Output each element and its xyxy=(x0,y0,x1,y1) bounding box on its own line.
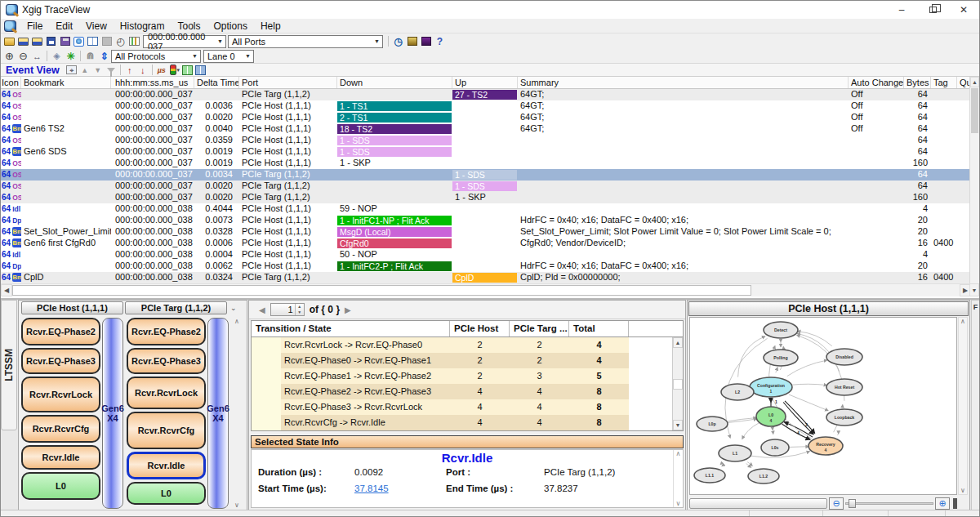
menu-view[interactable]: View xyxy=(79,19,114,33)
state-node-l0p[interactable]: L0p xyxy=(697,417,728,431)
diagram-zoom-in-icon[interactable]: ⊕ xyxy=(935,497,950,510)
scrollbar-thumb[interactable] xyxy=(12,285,751,296)
search-icon[interactable]: ⋒ xyxy=(83,50,97,62)
state-node-polling[interactable]: Polling xyxy=(764,350,798,366)
state-info-scrollbar[interactable]: ∧∨ xyxy=(673,450,683,507)
state-node-l0s[interactable]: L0s xyxy=(761,439,789,456)
col-icon[interactable]: Icon xyxy=(1,77,21,88)
menu-file[interactable]: File xyxy=(20,19,49,33)
transition-row[interactable]: Rcvr.EQ-Phase0 -> Rcvr.EQ-Phase1224 xyxy=(252,353,672,368)
ltssm-state-box[interactable]: L0 xyxy=(21,472,100,500)
event-row[interactable]: 64Idl000:00:00.000_0380.0004PCIe Host (1… xyxy=(1,249,971,261)
col-total[interactable]: Total xyxy=(569,321,629,336)
expert-icon[interactable] xyxy=(405,35,419,47)
state-node-disabled[interactable]: Disabled xyxy=(826,349,862,365)
col-pcie-host[interactable]: PCIe Host ... xyxy=(450,321,510,336)
col-transition-state[interactable]: Transition / State xyxy=(252,321,450,336)
state-node-recovery[interactable]: Recovery4 xyxy=(808,437,843,455)
scrollbar-thumb[interactable] xyxy=(971,88,978,133)
transition-row[interactable]: Rcvr.EQ-Phase2 -> Rcvr.EQ-Phase3448 xyxy=(252,384,672,399)
select-event-icon[interactable]: ⌖ xyxy=(65,65,78,76)
event-row[interactable]: 64OS000:00:00.000_0370.0020PCIe Targ (1,… xyxy=(1,192,971,203)
data-table-icon[interactable] xyxy=(194,65,207,76)
transition-row[interactable]: Rcvr.RcvrCfg -> Rcvr.Idle448 xyxy=(252,415,672,430)
event-row[interactable]: 64BmSet_Slot_Power_Limit000:00:00.000_03… xyxy=(1,226,971,238)
event-table-vertical-scrollbar[interactable]: ▲ xyxy=(969,77,979,283)
state-node-l0[interactable]: L04 xyxy=(756,407,786,426)
col-bookmark[interactable]: Bookmark xyxy=(21,77,111,88)
event-row[interactable]: 64Idl000:00:00.000_0380.4044PCIe Host (1… xyxy=(1,203,971,215)
state-node-loopback[interactable]: Loopback xyxy=(826,409,862,426)
col-pcie-targ[interactable]: PCIe Targ ... xyxy=(510,321,569,336)
diagram-zoom-slider[interactable] xyxy=(845,498,933,509)
event-row[interactable]: 64OS000:00:00.000_0370.0034PCIe Targ (1,… xyxy=(1,169,971,181)
next-event-icon[interactable]: ▼ xyxy=(91,65,105,76)
event-row[interactable]: 64BmGen6 first CfgRd0000:00:00.000_0380.… xyxy=(1,238,971,249)
timestamp-combo[interactable]: 000:00:00.000 037 ▼ xyxy=(143,35,226,48)
help-icon[interactable]: ? xyxy=(433,35,447,47)
state-node-l2[interactable]: L2 xyxy=(721,384,754,400)
chevron-down-icon[interactable]: ▼ xyxy=(245,53,251,59)
event-row[interactable]: 64BmGen6 TS2000:00:00.000_0370.0040PCIe … xyxy=(1,123,971,135)
close-button[interactable]: ✕ xyxy=(948,1,979,19)
traffic-filter-icon[interactable]: ▾ xyxy=(168,65,181,76)
event-row[interactable]: 64BmCplD000:00:00.000_0380.0324PCIe Targ… xyxy=(1,272,971,283)
scroll-left-icon[interactable]: ◀ xyxy=(1,284,12,296)
state-node-config[interactable]: Configuration1 xyxy=(750,377,792,397)
chevron-down-icon[interactable]: ▼ xyxy=(374,38,380,44)
splitter-handle[interactable] xyxy=(953,498,957,509)
ltssm-state-box[interactable]: Rcvr.EQ-Phase2 xyxy=(21,318,100,345)
report-icon[interactable] xyxy=(127,35,141,47)
scroll-down-icon[interactable]: ▼ xyxy=(673,420,683,430)
jump-down-icon[interactable]: ↓ xyxy=(136,65,149,76)
diagram-horizontal-scrollbar[interactable] xyxy=(689,498,827,509)
event-row[interactable]: 64OS000:00:00.000_0370.0019PCIe Host (1,… xyxy=(1,158,971,169)
event-row[interactable]: 64Dp000:00:00.000_0380.0073PCIe Host (1,… xyxy=(1,215,971,226)
ltssm-tab[interactable]: LTSSM xyxy=(1,300,17,430)
restore-button[interactable] xyxy=(917,1,948,19)
ltssm-state-box[interactable]: Rcvr.Idle xyxy=(127,452,206,479)
diagram-header[interactable]: PCIe Host (1,1,1) xyxy=(688,301,969,316)
event-row[interactable]: 64OS000:00:00.000_0370.0036PCIe Host (1,… xyxy=(1,100,971,112)
tag-icon[interactable]: ◈ xyxy=(50,50,64,62)
col-time[interactable]: hhh:mm:ss.ms_us xyxy=(111,77,194,88)
ltssm-state-diagram[interactable]: DetectPollingDisabledConfiguration1Hot R… xyxy=(689,317,957,495)
ltssm-host-header[interactable]: PCIe Host (1,1,1) xyxy=(21,301,123,314)
time-info-icon[interactable]: ◷ xyxy=(391,35,405,47)
chevron-down-icon[interactable]: ▼ xyxy=(192,53,198,59)
zoom-out-icon[interactable]: ⊖ xyxy=(16,50,30,62)
zoom-in-icon[interactable]: ⊕ xyxy=(2,50,16,62)
col-auto-change[interactable]: Auto Change xyxy=(849,77,904,88)
save-icon[interactable] xyxy=(44,35,58,47)
minimize-button[interactable]: – xyxy=(886,1,917,19)
decode-table-icon[interactable] xyxy=(181,65,194,76)
error-view-icon[interactable] xyxy=(419,35,433,47)
jump-up-icon[interactable]: ↑ xyxy=(123,65,136,76)
menu-edit[interactable]: Edit xyxy=(49,19,79,33)
ltssm-scrollbar[interactable]: ∧∨ xyxy=(232,318,242,509)
scrollbar-thumb[interactable] xyxy=(673,379,683,390)
zoom-fit-icon[interactable]: ↔ xyxy=(30,50,44,62)
event-row[interactable]: 64BmGen6 SDS000:00:00.000_0370.0019PCIe … xyxy=(1,146,971,158)
pager-spinner[interactable]: 1 ▲▼ xyxy=(270,303,305,316)
ltssm-state-box[interactable]: Rcvr.EQ-Phase3 xyxy=(127,348,206,374)
scroll-up-icon[interactable]: ▲ xyxy=(970,77,979,87)
save-all-icon[interactable] xyxy=(58,35,72,47)
diagram-vertical-scrollbar[interactable]: ∧∨ xyxy=(958,317,968,495)
open-capture-icon[interactable] xyxy=(16,35,30,47)
chevron-down-icon[interactable]: ⌄ xyxy=(230,301,237,315)
open-recent-icon[interactable] xyxy=(30,35,44,47)
ltssm-state-box[interactable]: L0 xyxy=(127,482,206,505)
col-up[interactable]: Up xyxy=(452,77,518,88)
menu-help[interactable]: Help xyxy=(254,19,287,33)
chevron-down-icon[interactable]: ▼ xyxy=(217,38,223,44)
ltssm-state-box[interactable]: Rcvr.EQ-Phase3 xyxy=(21,348,100,374)
scroll-down-icon[interactable]: ▼ xyxy=(969,283,979,296)
lane-select[interactable]: Lane 0 ▼ xyxy=(203,50,254,63)
filter-icon[interactable] xyxy=(105,65,118,76)
transition-scrollbar[interactable]: ▲ ▼ xyxy=(672,337,683,430)
transition-row[interactable]: Rcvr.EQ-Phase1 -> Rcvr.EQ-Phase2235 xyxy=(252,368,672,384)
col-tag[interactable]: Tag xyxy=(931,77,957,88)
capture-view-icon[interactable] xyxy=(72,35,86,47)
event-table-horizontal-scrollbar[interactable]: ◀ ▶ xyxy=(1,283,971,296)
